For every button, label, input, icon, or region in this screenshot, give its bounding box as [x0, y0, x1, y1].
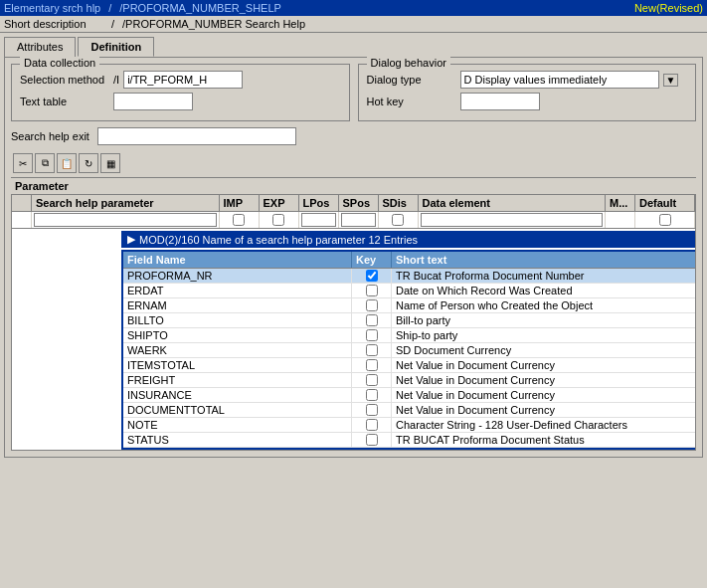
filter-indicator	[12, 212, 32, 228]
title-slash: /	[108, 2, 111, 14]
filter-default-check[interactable]	[659, 214, 671, 226]
popup-key-cell	[352, 358, 392, 372]
col-spos: SPos	[339, 195, 379, 211]
popup-key-cell	[352, 403, 392, 417]
filter-spos-input[interactable]	[341, 213, 376, 227]
filter-lpos-input[interactable]	[301, 213, 336, 227]
popup-field-name: INSURANCE	[123, 388, 352, 402]
popup-short-text: TR BUCAT Proforma Document Status	[392, 433, 696, 447]
popup-key-cell	[352, 284, 392, 297]
col-data-element: Data element	[419, 195, 607, 211]
tab-bar: Attributes Definition	[0, 33, 707, 57]
popup-col-fieldname: Field Name	[123, 252, 352, 268]
key-checkbox[interactable]	[366, 389, 378, 401]
popup-short-text: Character String - 128 User-Defined Char…	[392, 418, 696, 432]
filter-sdis-check[interactable]	[392, 214, 404, 226]
hot-key-input[interactable]	[460, 93, 540, 110]
popup-key-cell	[352, 343, 392, 357]
popup-row[interactable]: ERDATDate on Which Record Was Created	[123, 284, 696, 298]
popup-key-cell	[352, 298, 392, 312]
dialog-type-label: Dialog type	[367, 74, 456, 86]
popup-field-name: FREIGHT	[123, 373, 352, 387]
popup-short-text: Net Value in Document Currency	[392, 373, 696, 387]
toolbar: ✂ ⧉ 📋 ↻ ▦	[11, 149, 696, 178]
popup-row[interactable]: FREIGHTNet Value in Document Currency	[123, 373, 696, 388]
popup-row[interactable]: ERNAMName of Person who Created the Obje…	[123, 298, 696, 313]
popup-row[interactable]: INSURANCENet Value in Document Currency	[123, 388, 696, 403]
key-checkbox[interactable]	[366, 359, 378, 371]
popup-field-name: NOTE	[123, 418, 352, 432]
col-sdis: SDis	[379, 195, 419, 211]
filter-exp-check[interactable]	[272, 214, 284, 226]
col-indicator	[12, 195, 32, 211]
hot-key-row: Hot key	[367, 93, 688, 110]
popup-row[interactable]: BILLTOBill-to party	[123, 313, 696, 328]
filter-exp	[260, 212, 299, 228]
popup-title: ▶ MOD(2)/160 Name of a search help param…	[121, 231, 696, 248]
dialog-type-icon[interactable]: ▼	[663, 74, 679, 87]
popup-row[interactable]: NOTECharacter String - 128 User-Defined …	[123, 418, 696, 433]
popup-col-key: Key	[352, 252, 392, 268]
key-checkbox[interactable]	[366, 374, 378, 386]
selection-method-input[interactable]	[123, 71, 243, 89]
popup-field-name: ERDAT	[123, 284, 352, 297]
search-help-exit-row: Search help exit	[11, 127, 696, 145]
toolbar-refresh-btn[interactable]: ↻	[79, 153, 98, 173]
filter-param-input[interactable]	[34, 213, 217, 227]
col-m: M...	[606, 195, 635, 211]
title-label: Elementary srch hlp	[4, 2, 100, 14]
search-help-exit-label: Search help exit	[11, 130, 89, 142]
text-table-label: Text table	[20, 96, 109, 107]
popup-row[interactable]: DOCUMENTTOTALNet Value in Document Curre…	[123, 403, 696, 418]
key-checkbox[interactable]	[366, 434, 378, 446]
filter-imp	[220, 212, 260, 228]
popup-field-name: ERNAM	[123, 298, 352, 312]
popup-field-name: STATUS	[123, 433, 352, 447]
table-filter-row	[12, 212, 695, 229]
key-checkbox[interactable]	[366, 344, 378, 356]
dialog-behavior-label: Dialog behavior	[367, 57, 450, 69]
key-checkbox[interactable]	[366, 270, 378, 282]
toolbar-copy-btn[interactable]: ⧉	[35, 153, 55, 173]
dialog-type-row: Dialog type ▼	[367, 71, 688, 89]
popup-key-cell	[352, 373, 392, 387]
key-checkbox[interactable]	[366, 299, 378, 311]
key-checkbox[interactable]	[366, 285, 378, 296]
popup-row[interactable]: PROFORMA_NRTR Bucat Proforma Document Nu…	[123, 269, 696, 284]
popup-field-name: SHIPTO	[123, 328, 352, 342]
text-table-input[interactable]	[113, 93, 193, 110]
toolbar-cut-btn[interactable]: ✂	[13, 153, 33, 173]
popup-header: Field Name Key Short text	[123, 252, 696, 269]
popup-short-text: SD Document Currency	[392, 343, 696, 357]
key-checkbox[interactable]	[366, 419, 378, 431]
popup-row[interactable]: SHIPTOShip-to party	[123, 328, 696, 343]
popup-row[interactable]: WAERKSD Document Currency	[123, 343, 696, 358]
form-columns: Data collection Selection method /I Text…	[11, 64, 696, 121]
key-checkbox[interactable]	[366, 314, 378, 326]
popup-key-cell	[352, 433, 392, 447]
toolbar-table-btn[interactable]: ▦	[100, 153, 120, 173]
selection-method-label: Selection method	[20, 74, 109, 86]
popup-short-text: Bill-to party	[392, 313, 696, 327]
search-help-exit-input[interactable]	[97, 127, 296, 145]
key-checkbox[interactable]	[366, 404, 378, 416]
tab-attributes[interactable]: Attributes	[4, 37, 76, 57]
tab-definition[interactable]: Definition	[78, 37, 154, 57]
popup-field-name: ITEMSTOTAL	[123, 358, 352, 372]
popup-row[interactable]: ITEMSTOTALNet Value in Document Currency	[123, 358, 696, 373]
title-bar: Elementary srch hlp / /PROFORMA_NUMBER_S…	[0, 0, 707, 16]
filter-spos	[339, 212, 379, 228]
key-checkbox[interactable]	[366, 329, 378, 341]
filter-data-element-input[interactable]	[421, 213, 604, 227]
main-content: Data collection Selection method /I Text…	[4, 57, 703, 458]
parameter-table: Search help parameter IMP EXP LPos SPos …	[11, 194, 696, 451]
popup-row[interactable]: STATUSTR BUCAT Proforma Document Status	[123, 433, 696, 448]
filter-default	[635, 212, 695, 228]
filter-lpos	[299, 212, 339, 228]
toolbar-paste-btn[interactable]: 📋	[57, 153, 77, 173]
dialog-type-input[interactable]	[460, 71, 659, 89]
filter-imp-check[interactable]	[233, 214, 245, 226]
popup-rows: PROFORMA_NRTR Bucat Proforma Document Nu…	[123, 269, 696, 448]
short-desc-value: /PROFORMA_NUMBER Search Help	[122, 18, 305, 30]
popup-short-text: Ship-to party	[392, 328, 696, 342]
